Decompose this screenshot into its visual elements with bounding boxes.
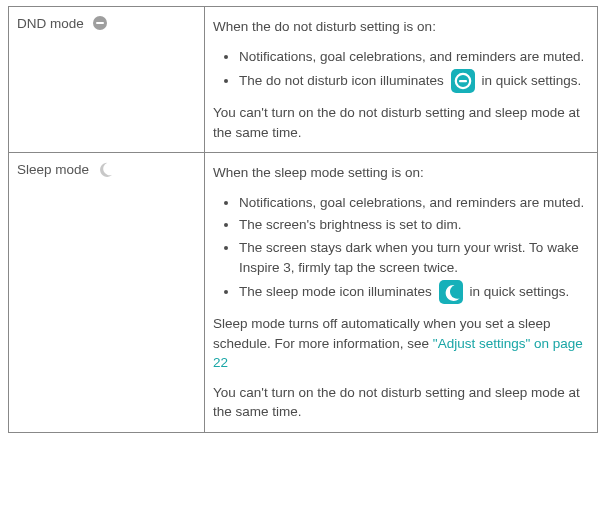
desc-cell-sleep: When the sleep mode setting is on: Notif… <box>205 153 598 433</box>
mode-label-text: Sleep mode <box>17 162 89 177</box>
sleep-intro: When the sleep mode setting is on: <box>213 163 589 183</box>
bullet-pre: The sleep mode icon illuminates <box>239 284 432 299</box>
list-item: Notifications, goal celebrations, and re… <box>239 193 589 213</box>
modes-table: DND mode When the do not disturb setting… <box>8 6 598 433</box>
mode-label-sleep: Sleep mode <box>17 161 114 176</box>
dnd-illuminated-icon <box>451 69 475 93</box>
table-row: Sleep mode When the sleep mode setting i… <box>9 153 598 433</box>
sleep-mode-icon <box>97 161 114 178</box>
bullet-post: in quick settings. <box>469 284 569 299</box>
list-item: The screen stays dark when you turn your… <box>239 238 589 277</box>
svg-rect-4 <box>459 80 467 82</box>
mode-label-dnd: DND mode <box>17 15 108 30</box>
sleep-bullets: Notifications, goal celebrations, and re… <box>213 193 589 304</box>
sleep-exclusive-note: You can't turn on the do not disturb set… <box>213 383 589 422</box>
mode-cell-dnd: DND mode <box>9 7 205 153</box>
list-item: The screen's brightness is set to dim. <box>239 215 589 235</box>
dnd-bullets: Notifications, goal celebrations, and re… <box>213 47 589 94</box>
sleep-illuminated-icon <box>439 280 463 304</box>
list-item: The sleep mode icon illuminates in quick… <box>239 280 589 304</box>
table-row: DND mode When the do not disturb setting… <box>9 7 598 153</box>
dnd-mode-icon <box>92 15 108 31</box>
bullet-pre: The do not disturb icon illuminates <box>239 73 444 88</box>
dnd-note: You can't turn on the do not disturb set… <box>213 103 589 142</box>
list-item: Notifications, goal celebrations, and re… <box>239 47 589 67</box>
dnd-intro: When the do not disturb setting is on: <box>213 17 589 37</box>
desc-cell-dnd: When the do not disturb setting is on: N… <box>205 7 598 153</box>
mode-label-text: DND mode <box>17 16 84 31</box>
list-item: The do not disturb icon illuminates in q… <box>239 69 589 93</box>
bullet-post: in quick settings. <box>481 73 581 88</box>
svg-rect-1 <box>96 22 104 24</box>
mode-cell-sleep: Sleep mode <box>9 153 205 433</box>
sleep-schedule-note: Sleep mode turns off automatically when … <box>213 314 589 373</box>
